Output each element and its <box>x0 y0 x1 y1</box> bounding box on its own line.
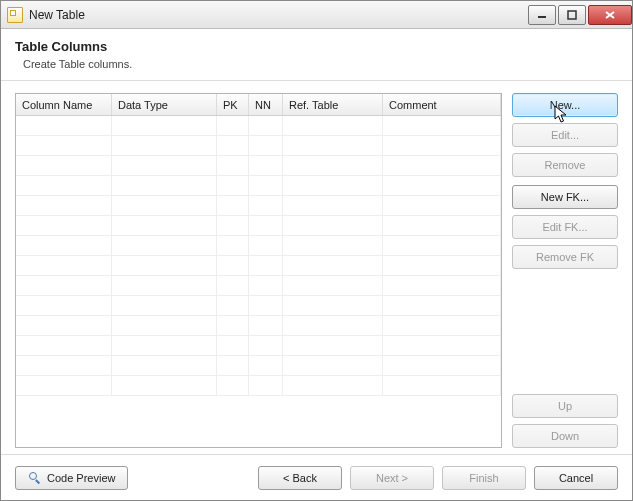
table-row[interactable] <box>16 196 501 216</box>
code-preview-label: Code Preview <box>47 472 115 484</box>
content-area: Column Name Data Type PK NN Ref. Table C… <box>1 81 632 454</box>
table-row[interactable] <box>16 236 501 256</box>
edit-fk-button[interactable]: Edit FK... <box>512 215 618 239</box>
down-button[interactable]: Down <box>512 424 618 448</box>
svg-rect-1 <box>568 11 576 19</box>
finish-button[interactable]: Finish <box>442 466 526 490</box>
table-row[interactable] <box>16 116 501 136</box>
table-row[interactable] <box>16 156 501 176</box>
maximize-button[interactable] <box>558 5 586 25</box>
up-button[interactable]: Up <box>512 394 618 418</box>
table-row[interactable] <box>16 216 501 236</box>
new-table-dialog: New Table Table Columns Create Table col… <box>0 0 633 501</box>
remove-fk-button[interactable]: Remove FK <box>512 245 618 269</box>
side-buttons: New... Edit... Remove New FK... Edit FK.… <box>512 93 618 448</box>
minimize-button[interactable] <box>528 5 556 25</box>
page-subtitle: Create Table columns. <box>15 58 618 70</box>
table-row[interactable] <box>16 276 501 296</box>
columns-table: Column Name Data Type PK NN Ref. Table C… <box>15 93 502 448</box>
table-row[interactable] <box>16 376 501 396</box>
magnifier-icon <box>28 471 42 485</box>
remove-button[interactable]: Remove <box>512 153 618 177</box>
close-icon <box>604 10 616 20</box>
table-row[interactable] <box>16 176 501 196</box>
back-button[interactable]: < Back <box>258 466 342 490</box>
edit-button[interactable]: Edit... <box>512 123 618 147</box>
table-body[interactable] <box>16 116 501 447</box>
new-button[interactable]: New... <box>512 93 618 117</box>
footer: Code Preview < Back Next > Finish Cancel <box>1 454 632 500</box>
close-button[interactable] <box>588 5 632 25</box>
th-data-type[interactable]: Data Type <box>112 94 217 115</box>
table-row[interactable] <box>16 356 501 376</box>
table-row[interactable] <box>16 316 501 336</box>
new-fk-button[interactable]: New FK... <box>512 185 618 209</box>
table-row[interactable] <box>16 296 501 316</box>
window-title: New Table <box>29 8 85 22</box>
next-button[interactable]: Next > <box>350 466 434 490</box>
th-ref-table[interactable]: Ref. Table <box>283 94 383 115</box>
table-icon <box>7 7 23 23</box>
code-preview-button[interactable]: Code Preview <box>15 466 128 490</box>
th-comment[interactable]: Comment <box>383 94 501 115</box>
table-row[interactable] <box>16 256 501 276</box>
table-header: Column Name Data Type PK NN Ref. Table C… <box>16 94 501 116</box>
page-title: Table Columns <box>15 39 618 54</box>
titlebar: New Table <box>1 1 632 29</box>
dialog-header: Table Columns Create Table columns. <box>1 29 632 81</box>
minimize-icon <box>537 10 547 20</box>
th-nn[interactable]: NN <box>249 94 283 115</box>
table-row[interactable] <box>16 136 501 156</box>
table-row[interactable] <box>16 336 501 356</box>
maximize-icon <box>567 10 577 20</box>
th-column-name[interactable]: Column Name <box>16 94 112 115</box>
th-pk[interactable]: PK <box>217 94 249 115</box>
cancel-button[interactable]: Cancel <box>534 466 618 490</box>
